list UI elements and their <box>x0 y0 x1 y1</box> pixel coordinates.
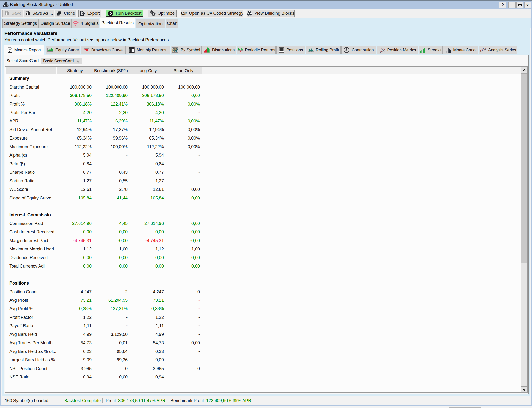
svg-text:DEF: DEF <box>172 50 178 53</box>
